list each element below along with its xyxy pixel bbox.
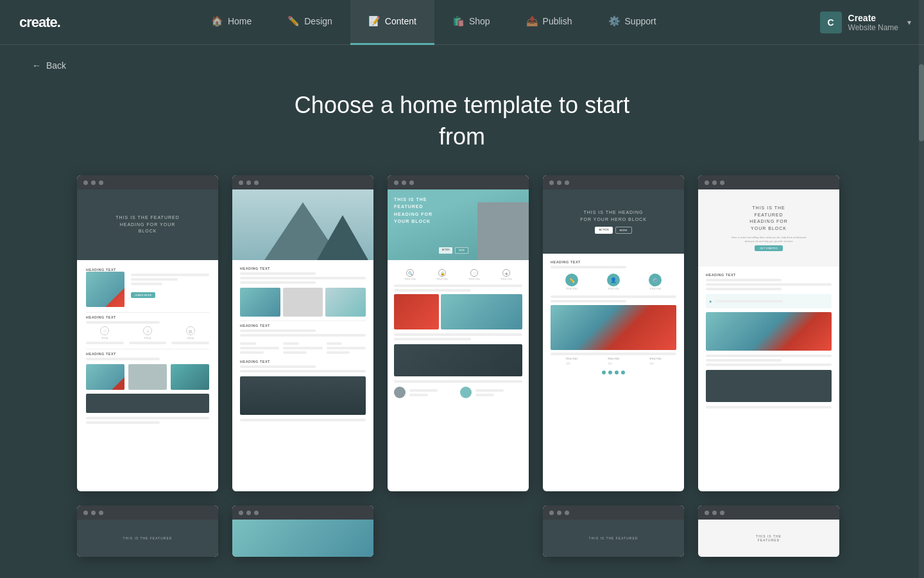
- home-icon: 🏠: [211, 15, 223, 27]
- main-nav: create. 🏠 Home ✏️ Design 📝 Content 🛍️ Sh…: [0, 0, 924, 45]
- nav-right: C Create Website Name ▾: [807, 0, 924, 45]
- bottom-row: THIS IS THE FEATURED THIS IS THE FEATURE…: [77, 505, 847, 557]
- nav-item-publish[interactable]: 📤 Publish: [508, 0, 590, 45]
- template-card-5[interactable]: THIS IS THEFEATUREDHEADING FORYOUR BLOCK…: [698, 175, 839, 491]
- template-card-1[interactable]: THIS IS THE FEATUREDHEADING FOR YOURBLOC…: [77, 175, 218, 491]
- template-preview-2: HEADING TEXT HEADING TEXT: [232, 189, 373, 491]
- user-name: Create: [848, 13, 898, 23]
- template-preview-5: THIS IS THEFEATUREDHEADING FORYOUR BLOCK…: [698, 189, 839, 491]
- nav-item-design[interactable]: ✏️ Design: [270, 0, 350, 45]
- chrome-dot: [99, 180, 103, 185]
- browser-chrome-4: [543, 175, 684, 189]
- scrollbar[interactable]: [919, 0, 924, 578]
- user-info: Create Website Name: [848, 13, 898, 32]
- user-menu[interactable]: C Create Website Name ▾: [807, 0, 924, 45]
- chrome-dot: [83, 180, 88, 185]
- template-grid: THIS IS THE FEATUREDHEADING FOR YOURBLOC…: [77, 175, 847, 491]
- browser-chrome-2: [232, 175, 373, 189]
- template-card-2[interactable]: HEADING TEXT HEADING TEXT: [232, 175, 373, 491]
- content-section: HEADING TEXT LEARN MORE HEADING TEXT ♡: [77, 260, 218, 434]
- shop-icon: 🛍️: [452, 15, 465, 27]
- website-name: Website Name: [848, 23, 898, 32]
- avatar: C: [820, 12, 842, 33]
- chevron-down-icon: ▾: [907, 18, 911, 27]
- app-logo[interactable]: create.: [19, 14, 60, 31]
- template-card-9[interactable]: THIS IS THEFEATURED: [698, 505, 839, 557]
- template-preview-1: THIS IS THE FEATUREDHEADING FOR YOURBLOC…: [77, 189, 218, 491]
- template-preview-3: THIS IS THE FEATURED HEADING FOR YOUR BL…: [388, 189, 529, 491]
- nav-item-shop[interactable]: 🛍️ Shop: [434, 0, 508, 45]
- nav-links: 🏠 Home ✏️ Design 📝 Content 🛍️ Shop 📤 Pub…: [60, 0, 807, 45]
- nav-item-content[interactable]: 📝 Content: [350, 0, 434, 45]
- design-icon: ✏️: [287, 15, 300, 27]
- hero-section: [232, 189, 373, 260]
- browser-chrome-1: [77, 175, 218, 189]
- scrollbar-thumb[interactable]: [919, 64, 924, 141]
- template-card-3[interactable]: THIS IS THE FEATURED HEADING FOR YOUR BL…: [388, 175, 529, 491]
- nav-item-home[interactable]: 🏠 Home: [193, 0, 270, 45]
- publish-icon: 📤: [526, 15, 538, 27]
- hero-section: THIS IS THE FEATUREDHEADING FOR YOURBLOC…: [77, 189, 218, 260]
- template-card-4[interactable]: THIS IS THE HEADINGFOR YOUR HERO BLOCK A…: [543, 175, 684, 491]
- template-card-6[interactable]: THIS IS THE FEATURED: [77, 505, 218, 557]
- template-preview-4: THIS IS THE HEADINGFOR YOUR HERO BLOCK A…: [543, 189, 684, 491]
- browser-chrome-6: [77, 505, 218, 520]
- template-card-8[interactable]: THIS IS THE FEATURED: [543, 505, 684, 557]
- template-image: [86, 272, 124, 307]
- support-icon: ⚙️: [608, 15, 620, 27]
- page-title: Choose a home template to startfrom: [0, 90, 924, 152]
- browser-chrome-3: [388, 175, 529, 189]
- template-card-7[interactable]: [232, 505, 373, 557]
- back-button[interactable]: ← Back: [32, 60, 66, 71]
- content-icon: 📝: [368, 15, 381, 27]
- arrow-left-icon: ←: [32, 60, 41, 71]
- nav-item-support[interactable]: ⚙️ Support: [590, 0, 674, 45]
- chrome-dot: [91, 180, 96, 185]
- browser-chrome-5: [698, 175, 839, 189]
